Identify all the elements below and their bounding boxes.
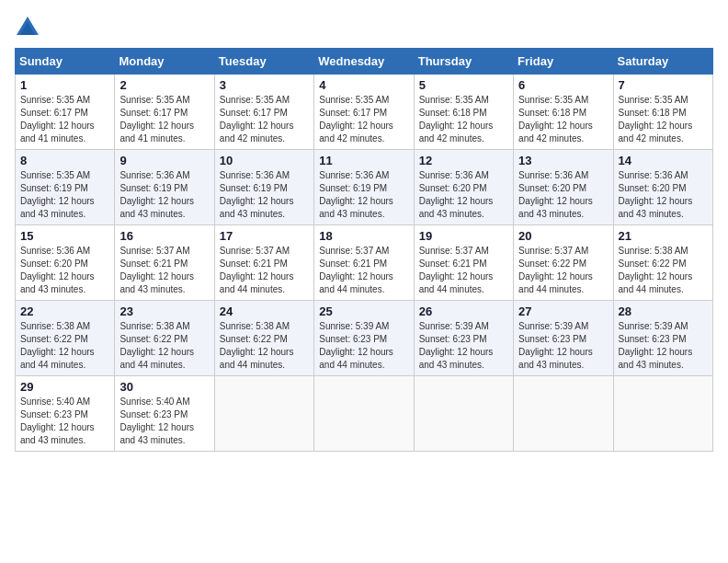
calendar-cell: 23Sunrise: 5:38 AMSunset: 6:22 PMDayligh… bbox=[115, 301, 214, 376]
calendar-cell: 6Sunrise: 5:35 AMSunset: 6:18 PMDaylight… bbox=[514, 75, 613, 150]
header-row: SundayMondayTuesdayWednesdayThursdayFrid… bbox=[16, 49, 713, 75]
day-number: 9 bbox=[119, 154, 209, 167]
day-number: 5 bbox=[419, 78, 508, 92]
week-row-5: 29Sunrise: 5:40 AMSunset: 6:23 PMDayligh… bbox=[16, 376, 713, 452]
week-row-4: 22Sunrise: 5:38 AMSunset: 6:22 PMDayligh… bbox=[16, 301, 713, 376]
week-row-3: 15Sunrise: 5:36 AMSunset: 6:20 PMDayligh… bbox=[16, 225, 713, 301]
day-number: 7 bbox=[619, 78, 708, 92]
calendar-cell: 5Sunrise: 5:35 AMSunset: 6:18 PMDaylight… bbox=[414, 75, 513, 150]
day-number: 22 bbox=[20, 304, 109, 318]
day-number: 30 bbox=[119, 380, 209, 394]
col-header-friday: Friday bbox=[514, 49, 613, 75]
day-info: Sunrise: 5:36 AMSunset: 6:19 PMDaylight:… bbox=[220, 169, 309, 221]
calendar-cell: 16Sunrise: 5:37 AMSunset: 6:21 PMDayligh… bbox=[115, 225, 214, 301]
day-number: 16 bbox=[119, 229, 209, 243]
calendar-cell: 14Sunrise: 5:36 AMSunset: 6:20 PMDayligh… bbox=[613, 150, 712, 225]
calendar-cell: 29Sunrise: 5:40 AMSunset: 6:23 PMDayligh… bbox=[16, 376, 115, 452]
day-info: Sunrise: 5:36 AMSunset: 6:20 PMDaylight:… bbox=[518, 169, 608, 221]
day-info: Sunrise: 5:35 AMSunset: 6:18 PMDaylight:… bbox=[518, 94, 608, 145]
day-info: Sunrise: 5:38 AMSunset: 6:22 PMDaylight:… bbox=[619, 245, 708, 296]
day-number: 10 bbox=[220, 154, 309, 167]
calendar-cell: 28Sunrise: 5:39 AMSunset: 6:23 PMDayligh… bbox=[613, 301, 712, 376]
day-info: Sunrise: 5:35 AMSunset: 6:19 PMDaylight:… bbox=[20, 169, 109, 221]
col-header-saturday: Saturday bbox=[613, 49, 712, 75]
calendar-cell: 17Sunrise: 5:37 AMSunset: 6:21 PMDayligh… bbox=[214, 225, 313, 301]
day-info: Sunrise: 5:40 AMSunset: 6:23 PMDaylight:… bbox=[20, 396, 109, 447]
col-header-monday: Monday bbox=[115, 49, 214, 75]
calendar-cell: 15Sunrise: 5:36 AMSunset: 6:20 PMDayligh… bbox=[16, 225, 115, 301]
calendar-cell bbox=[414, 376, 513, 452]
calendar-cell bbox=[314, 376, 414, 452]
calendar-cell: 27Sunrise: 5:39 AMSunset: 6:23 PMDayligh… bbox=[514, 301, 613, 376]
day-info: Sunrise: 5:36 AMSunset: 6:19 PMDaylight:… bbox=[319, 169, 408, 221]
day-number: 20 bbox=[518, 229, 608, 243]
day-info: Sunrise: 5:35 AMSunset: 6:18 PMDaylight:… bbox=[419, 94, 508, 145]
logo-icon bbox=[15, 15, 40, 40]
calendar-cell: 8Sunrise: 5:35 AMSunset: 6:19 PMDaylight… bbox=[16, 150, 115, 225]
day-info: Sunrise: 5:38 AMSunset: 6:22 PMDaylight:… bbox=[119, 320, 209, 372]
calendar-cell: 9Sunrise: 5:36 AMSunset: 6:19 PMDaylight… bbox=[115, 150, 214, 225]
day-info: Sunrise: 5:35 AMSunset: 6:17 PMDaylight:… bbox=[319, 94, 408, 145]
day-info: Sunrise: 5:35 AMSunset: 6:17 PMDaylight:… bbox=[20, 94, 109, 145]
day-info: Sunrise: 5:37 AMSunset: 6:21 PMDaylight:… bbox=[419, 245, 508, 296]
day-info: Sunrise: 5:40 AMSunset: 6:23 PMDaylight:… bbox=[119, 396, 209, 447]
calendar-cell: 22Sunrise: 5:38 AMSunset: 6:22 PMDayligh… bbox=[16, 301, 115, 376]
day-number: 24 bbox=[220, 304, 309, 318]
week-row-2: 8Sunrise: 5:35 AMSunset: 6:19 PMDaylight… bbox=[16, 150, 713, 225]
day-info: Sunrise: 5:37 AMSunset: 6:21 PMDaylight:… bbox=[119, 245, 209, 296]
day-number: 29 bbox=[20, 380, 109, 394]
week-row-1: 1Sunrise: 5:35 AMSunset: 6:17 PMDaylight… bbox=[16, 75, 713, 150]
col-header-thursday: Thursday bbox=[414, 49, 513, 75]
day-number: 14 bbox=[619, 154, 708, 167]
day-number: 4 bbox=[319, 78, 408, 92]
day-info: Sunrise: 5:36 AMSunset: 6:20 PMDaylight:… bbox=[619, 169, 708, 221]
day-number: 3 bbox=[220, 78, 309, 92]
calendar-cell bbox=[613, 376, 712, 452]
calendar-table: SundayMondayTuesdayWednesdayThursdayFrid… bbox=[15, 48, 713, 452]
day-info: Sunrise: 5:38 AMSunset: 6:22 PMDaylight:… bbox=[20, 320, 109, 372]
day-number: 19 bbox=[419, 229, 508, 243]
day-number: 13 bbox=[518, 154, 608, 167]
calendar-cell: 2Sunrise: 5:35 AMSunset: 6:17 PMDaylight… bbox=[115, 75, 214, 150]
day-info: Sunrise: 5:37 AMSunset: 6:21 PMDaylight:… bbox=[220, 245, 309, 296]
day-info: Sunrise: 5:39 AMSunset: 6:23 PMDaylight:… bbox=[619, 320, 708, 372]
day-number: 21 bbox=[619, 229, 708, 243]
logo bbox=[15, 15, 44, 40]
calendar-cell: 24Sunrise: 5:38 AMSunset: 6:22 PMDayligh… bbox=[214, 301, 313, 376]
calendar-cell: 10Sunrise: 5:36 AMSunset: 6:19 PMDayligh… bbox=[214, 150, 313, 225]
day-info: Sunrise: 5:37 AMSunset: 6:21 PMDaylight:… bbox=[319, 245, 408, 296]
day-info: Sunrise: 5:35 AMSunset: 6:18 PMDaylight:… bbox=[619, 94, 708, 145]
calendar-cell: 26Sunrise: 5:39 AMSunset: 6:23 PMDayligh… bbox=[414, 301, 513, 376]
day-number: 11 bbox=[319, 154, 408, 167]
calendar-cell: 30Sunrise: 5:40 AMSunset: 6:23 PMDayligh… bbox=[115, 376, 214, 452]
day-number: 26 bbox=[419, 304, 508, 318]
day-info: Sunrise: 5:36 AMSunset: 6:20 PMDaylight:… bbox=[419, 169, 508, 221]
day-number: 6 bbox=[518, 78, 608, 92]
calendar-cell: 3Sunrise: 5:35 AMSunset: 6:17 PMDaylight… bbox=[214, 75, 313, 150]
calendar-cell: 20Sunrise: 5:37 AMSunset: 6:22 PMDayligh… bbox=[514, 225, 613, 301]
day-info: Sunrise: 5:39 AMSunset: 6:23 PMDaylight:… bbox=[419, 320, 508, 372]
col-header-wednesday: Wednesday bbox=[314, 49, 414, 75]
day-info: Sunrise: 5:39 AMSunset: 6:23 PMDaylight:… bbox=[518, 320, 608, 372]
day-number: 28 bbox=[619, 304, 708, 318]
calendar-cell: 11Sunrise: 5:36 AMSunset: 6:19 PMDayligh… bbox=[314, 150, 414, 225]
day-number: 23 bbox=[119, 304, 209, 318]
day-number: 8 bbox=[20, 154, 109, 167]
header bbox=[15, 15, 713, 40]
day-info: Sunrise: 5:36 AMSunset: 6:20 PMDaylight:… bbox=[20, 245, 109, 296]
calendar-cell: 25Sunrise: 5:39 AMSunset: 6:23 PMDayligh… bbox=[314, 301, 414, 376]
day-number: 27 bbox=[518, 304, 608, 318]
day-info: Sunrise: 5:35 AMSunset: 6:17 PMDaylight:… bbox=[119, 94, 209, 145]
col-header-sunday: Sunday bbox=[16, 49, 115, 75]
day-number: 25 bbox=[319, 304, 408, 318]
day-number: 18 bbox=[319, 229, 408, 243]
day-number: 12 bbox=[419, 154, 508, 167]
day-info: Sunrise: 5:38 AMSunset: 6:22 PMDaylight:… bbox=[220, 320, 309, 372]
col-header-tuesday: Tuesday bbox=[214, 49, 313, 75]
day-info: Sunrise: 5:35 AMSunset: 6:17 PMDaylight:… bbox=[220, 94, 309, 145]
calendar-cell: 19Sunrise: 5:37 AMSunset: 6:21 PMDayligh… bbox=[414, 225, 513, 301]
calendar-cell bbox=[214, 376, 313, 452]
day-number: 2 bbox=[119, 78, 209, 92]
calendar-cell: 7Sunrise: 5:35 AMSunset: 6:18 PMDaylight… bbox=[613, 75, 712, 150]
calendar-cell: 12Sunrise: 5:36 AMSunset: 6:20 PMDayligh… bbox=[414, 150, 513, 225]
